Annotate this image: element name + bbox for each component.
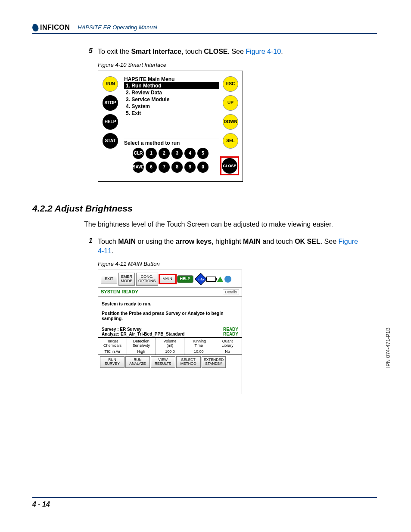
step-5: 5 To exit the Smart Interface, touch CLO… xyxy=(84,47,360,56)
main-button[interactable]: MAIN xyxy=(159,275,176,283)
help-button[interactable]: HELP xyxy=(103,114,118,130)
th-target: Target Chemicals xyxy=(98,338,127,348)
warning-triangle-icon xyxy=(217,277,223,282)
page-header: INFICON HAPSITE ER Operating Manual xyxy=(32,24,377,34)
td-time: 10:00 xyxy=(184,348,213,355)
td-volume: 100.0 xyxy=(156,348,185,355)
step-number: 5 xyxy=(84,47,93,56)
emer-mode-button[interactable]: EMER MODE xyxy=(118,273,135,286)
page-number: 4 - 14 xyxy=(32,501,50,508)
key-6[interactable]: 6 xyxy=(146,162,157,173)
down-button[interactable]: DOWN xyxy=(223,114,238,130)
run-survey-button[interactable]: RUN SURVEY xyxy=(100,356,125,368)
figure-4-11-caption: Figure 4-11 MAIN Button xyxy=(98,261,360,267)
key-4[interactable]: 4 xyxy=(184,148,196,159)
figure-4-10-link[interactable]: Figure 4-10 xyxy=(246,48,281,55)
analyze-label: Analyze: ER_Air_Tri-Bed_PPB_Standard xyxy=(102,332,184,336)
menu-item-exit[interactable]: 5. Exit xyxy=(124,110,219,117)
status-table: Target Chemicals Detection Sensitivity V… xyxy=(98,338,242,355)
key-0[interactable]: 0 xyxy=(197,162,209,173)
analyze-ready: READY xyxy=(223,332,238,336)
figure-4-10: RUN STOP HELP STAT ESC UP DOWN SEL HAPSI… xyxy=(98,71,243,182)
extended-standby-button[interactable]: EXTENDED STANDBY xyxy=(202,356,226,368)
globe-icon xyxy=(224,276,231,283)
manual-title: HAPSITE ER Operating Manual xyxy=(78,24,157,31)
menu-prompt: Select a method to run xyxy=(124,139,219,146)
stop-button[interactable]: STOP xyxy=(103,95,118,111)
menu-title: HAPSITE Main Menu xyxy=(124,76,219,82)
inficon-logo: INFICON xyxy=(32,24,70,31)
save-key[interactable]: SAVE xyxy=(133,162,144,173)
select-method-button[interactable]: SELECT METHOD xyxy=(176,356,201,368)
ready-line-2: Position the Probe and press Survey or A… xyxy=(102,311,238,321)
step-1: 1 Touch MAIN or using the arrow keys, hi… xyxy=(84,237,360,255)
step-number: 1 xyxy=(84,237,93,255)
battery-icon xyxy=(206,277,216,282)
figure-4-10-caption: Figure 4-10 Smart Interface xyxy=(98,62,360,68)
td-target: TIC in Air xyxy=(98,348,127,355)
info-diamond-icon[interactable]: info xyxy=(194,273,206,285)
bottom-button-row: RUN SURVEY RUN ANALYZE VIEW RESULTS SELE… xyxy=(98,355,242,369)
sel-button[interactable]: SEL xyxy=(223,133,238,149)
survey-label: Survey : ER Survey xyxy=(102,327,141,332)
ipn-side-label: IPN 074-471-P1B xyxy=(385,327,391,368)
step-1-text: Touch MAIN or using the arrow keys, high… xyxy=(98,237,360,255)
exit-button[interactable]: EXIT xyxy=(101,275,117,283)
key-2[interactable]: 2 xyxy=(159,148,170,159)
section-heading: 4.2.2 Adjust Brightness xyxy=(32,203,360,214)
step-5-text: To exit the Smart Interface, touch CLOSE… xyxy=(98,47,360,56)
brightness-intro: The brightness level of the Touch Screen… xyxy=(84,220,360,229)
th-time: Running Time xyxy=(184,338,213,348)
system-ready-label: SYSTEM READY xyxy=(101,289,138,295)
menu-item-run-method[interactable]: 1. Run Method xyxy=(124,82,219,89)
menu-item-service-module[interactable]: 3. Service Module xyxy=(124,96,219,103)
details-button[interactable]: Details xyxy=(223,289,239,295)
key-8[interactable]: 8 xyxy=(171,162,183,173)
key-9[interactable]: 9 xyxy=(184,162,196,173)
td-quant: No xyxy=(213,348,242,355)
run-analyze-button[interactable]: RUN ANALYZE xyxy=(125,356,150,368)
page-footer: 4 - 14 xyxy=(32,497,377,508)
brand-text: INFICON xyxy=(40,24,70,31)
close-button[interactable]: CLOSE xyxy=(222,158,237,174)
keypad: CLR 1 2 3 4 5 SAVE 6 7 8 9 0 xyxy=(133,148,209,175)
survey-ready: READY xyxy=(223,327,238,332)
main-menu: HAPSITE Main Menu 1. Run Method 2. Revie… xyxy=(124,76,219,117)
up-button[interactable]: UP xyxy=(223,95,238,111)
conc-options-button[interactable]: CONC. OPTIONS xyxy=(136,273,158,286)
menu-item-review-data[interactable]: 2. Review Data xyxy=(124,89,219,96)
logo-mark-icon xyxy=(31,23,39,32)
key-5[interactable]: 5 xyxy=(197,148,209,159)
th-volume: Volume (ml) xyxy=(156,338,185,348)
td-detection: High xyxy=(127,348,156,355)
clr-key[interactable]: CLR xyxy=(133,148,144,159)
view-results-button[interactable]: VIEW RESULTS xyxy=(151,356,175,368)
help-button-2[interactable]: HELP xyxy=(177,275,193,283)
stat-button[interactable]: STAT xyxy=(103,133,118,149)
figure-4-11: EXIT EMER MODE CONC. OPTIONS MAIN HELP i… xyxy=(98,270,242,394)
key-7[interactable]: 7 xyxy=(159,162,170,173)
key-1[interactable]: 1 xyxy=(146,148,157,159)
close-highlight: CLOSE xyxy=(220,156,239,175)
key-3[interactable]: 3 xyxy=(171,148,183,159)
run-button[interactable]: RUN xyxy=(103,76,118,92)
top-button-row: EXIT EMER MODE CONC. OPTIONS MAIN HELP i… xyxy=(98,270,242,287)
ready-line-1: System is ready to run. xyxy=(102,301,238,306)
menu-item-system[interactable]: 4. System xyxy=(124,103,219,110)
esc-button[interactable]: ESC xyxy=(223,76,238,92)
th-quant: Quant Library xyxy=(213,338,242,348)
th-detection: Detection Sensitivity xyxy=(127,338,156,348)
